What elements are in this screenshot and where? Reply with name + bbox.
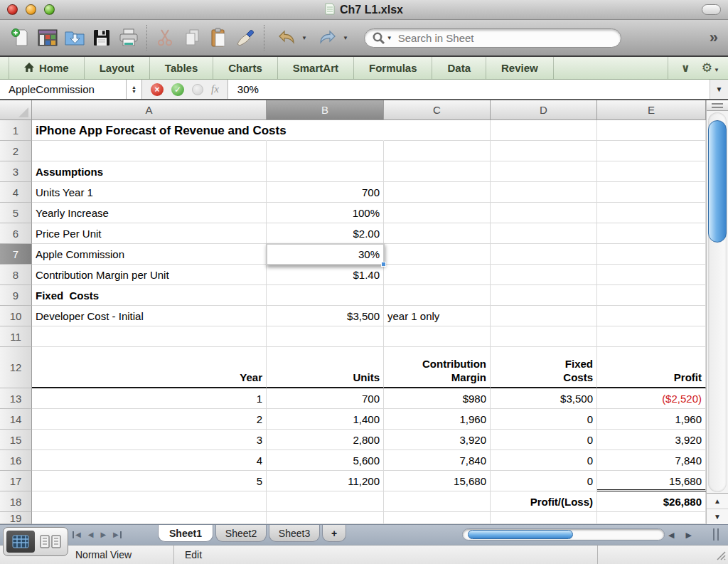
cell-A8[interactable]: Contribution Margin per Unit bbox=[32, 265, 267, 285]
tab-review[interactable]: Review bbox=[486, 57, 554, 79]
row-header-10[interactable]: 10 bbox=[0, 306, 32, 326]
cell-D11[interactable] bbox=[491, 326, 597, 347]
toolbar-overflow-chevron[interactable]: » bbox=[710, 28, 721, 47]
scroll-up-icon[interactable]: ▲ bbox=[707, 494, 728, 509]
cell-E19[interactable] bbox=[597, 512, 706, 524]
cell-A19[interactable] bbox=[32, 512, 267, 524]
cell-B13[interactable]: 700 bbox=[267, 388, 384, 409]
cell-C18[interactable] bbox=[384, 491, 491, 512]
cell-E15[interactable]: 3,920 bbox=[597, 430, 706, 450]
cell-D10[interactable] bbox=[491, 306, 597, 326]
cell-A11[interactable] bbox=[32, 326, 267, 347]
cell-D6[interactable] bbox=[491, 223, 597, 244]
cell-A5[interactable]: Yearly Increase bbox=[32, 203, 267, 223]
row-header-16[interactable]: 16 bbox=[0, 450, 32, 471]
formula-bar-dropdown-icon[interactable]: ▼ bbox=[710, 80, 728, 99]
column-header-a[interactable]: A bbox=[32, 100, 267, 120]
cell-B9[interactable] bbox=[267, 285, 384, 306]
cell-A13[interactable]: 1 bbox=[32, 388, 267, 409]
cell-C3[interactable] bbox=[384, 161, 491, 182]
cell-E8[interactable] bbox=[597, 265, 706, 285]
cell-C6[interactable] bbox=[384, 223, 491, 244]
cell-E18[interactable]: $26,880 bbox=[597, 491, 706, 512]
cell-C9[interactable] bbox=[384, 285, 491, 306]
row-header-8[interactable]: 8 bbox=[0, 265, 32, 285]
scroll-left-icon[interactable]: ◀ bbox=[668, 531, 674, 540]
cell-E2[interactable] bbox=[597, 141, 706, 161]
cell-E1[interactable] bbox=[597, 120, 706, 141]
split-handle-icon[interactable] bbox=[707, 100, 728, 111]
row-header-3[interactable]: 3 bbox=[0, 161, 32, 182]
row-header-9[interactable]: 9 bbox=[0, 285, 32, 306]
cell-B18[interactable] bbox=[267, 491, 384, 512]
cell-B15[interactable]: 2,800 bbox=[267, 430, 384, 450]
normal-view-button[interactable] bbox=[6, 531, 35, 553]
row-header-6[interactable]: 6 bbox=[0, 223, 32, 244]
scroll-down-icon[interactable]: ▼ bbox=[707, 509, 728, 524]
horizontal-scroll-thumb[interactable] bbox=[468, 530, 573, 539]
first-sheet-icon[interactable]: ◀ bbox=[75, 531, 81, 539]
tab-home[interactable]: Home bbox=[9, 57, 85, 79]
undo-icon[interactable] bbox=[273, 25, 300, 50]
row-header-13[interactable]: 13 bbox=[0, 388, 32, 409]
cell-C7[interactable] bbox=[384, 244, 491, 265]
next-sheet-icon[interactable]: ▶ bbox=[100, 531, 106, 539]
cell-C2[interactable] bbox=[384, 141, 491, 161]
cell-C19[interactable] bbox=[384, 512, 491, 524]
vertical-scroll-track[interactable] bbox=[708, 112, 727, 492]
cut-icon[interactable] bbox=[151, 25, 178, 50]
cell-E4[interactable] bbox=[597, 182, 706, 203]
cell-D4[interactable] bbox=[491, 182, 597, 203]
cell-C17[interactable]: 15,680 bbox=[384, 471, 491, 491]
format-painter-icon[interactable] bbox=[232, 25, 259, 50]
row-header-18[interactable]: 18 bbox=[0, 491, 32, 512]
cell-C15[interactable]: 3,920 bbox=[384, 430, 491, 450]
print-icon[interactable] bbox=[115, 25, 142, 50]
cell-A14[interactable]: 2 bbox=[32, 409, 267, 430]
tab-formulas[interactable]: Formulas bbox=[354, 57, 433, 79]
cell-A6[interactable]: Price Per Unit bbox=[32, 223, 267, 244]
search-scope-arrow[interactable]: ▼ bbox=[387, 35, 392, 41]
cell-D14[interactable]: 0 bbox=[491, 409, 597, 430]
cell-C11[interactable] bbox=[384, 326, 491, 347]
save-icon[interactable] bbox=[88, 25, 115, 50]
cell-E6[interactable] bbox=[597, 223, 706, 244]
cell-B5[interactable]: 100% bbox=[267, 203, 384, 223]
cell-E14[interactable]: 1,960 bbox=[597, 409, 706, 430]
cell-D9[interactable] bbox=[491, 285, 597, 306]
new-document-icon[interactable] bbox=[7, 25, 34, 50]
open-icon[interactable] bbox=[61, 25, 88, 50]
row-header-7[interactable]: 7 bbox=[0, 244, 32, 265]
cell-C1[interactable] bbox=[384, 120, 491, 141]
tab-charts[interactable]: Charts bbox=[213, 57, 278, 79]
cell-D2[interactable] bbox=[491, 141, 597, 161]
name-box[interactable]: AppleCommission bbox=[0, 80, 127, 99]
cell-D16[interactable]: 0 bbox=[491, 450, 597, 471]
cell-B19[interactable] bbox=[267, 512, 384, 524]
cell-D17[interactable]: 0 bbox=[491, 471, 597, 491]
sheet-tab-sheet1[interactable]: Sheet1 bbox=[158, 525, 213, 542]
cell-D7[interactable] bbox=[491, 244, 597, 265]
cell-E13[interactable]: ($2,520) bbox=[597, 388, 706, 409]
cell-B7[interactable]: 30% bbox=[267, 244, 384, 265]
cell-A9[interactable]: Fixed Costs bbox=[32, 285, 267, 306]
horizontal-scroll-track[interactable] bbox=[462, 528, 665, 541]
column-header-b[interactable]: B bbox=[267, 100, 384, 120]
cell-B10[interactable]: $3,500 bbox=[267, 306, 384, 326]
column-header-d[interactable]: D bbox=[491, 100, 597, 120]
cell-E11[interactable] bbox=[597, 326, 706, 347]
cell-D5[interactable] bbox=[491, 203, 597, 223]
row-header-15[interactable]: 15 bbox=[0, 430, 32, 450]
vertical-scroll-thumb[interactable] bbox=[708, 120, 727, 243]
cell-B4[interactable]: 700 bbox=[267, 182, 384, 203]
ribbon-collapse-icon[interactable]: ∨ bbox=[681, 61, 690, 75]
cancel-entry-icon[interactable]: × bbox=[151, 83, 164, 96]
row-header-4[interactable]: 4 bbox=[0, 182, 32, 203]
add-sheet-button[interactable]: + bbox=[322, 525, 346, 542]
cell-A16[interactable]: 4 bbox=[32, 450, 267, 471]
cell-C14[interactable]: 1,960 bbox=[384, 409, 491, 430]
search-box[interactable]: ▼ bbox=[364, 28, 621, 48]
previous-sheet-icon[interactable]: ◀ bbox=[88, 531, 94, 539]
redo-dropdown-arrow[interactable]: ▼ bbox=[343, 35, 348, 41]
cell-D12[interactable]: Fixed Costs bbox=[491, 347, 597, 388]
